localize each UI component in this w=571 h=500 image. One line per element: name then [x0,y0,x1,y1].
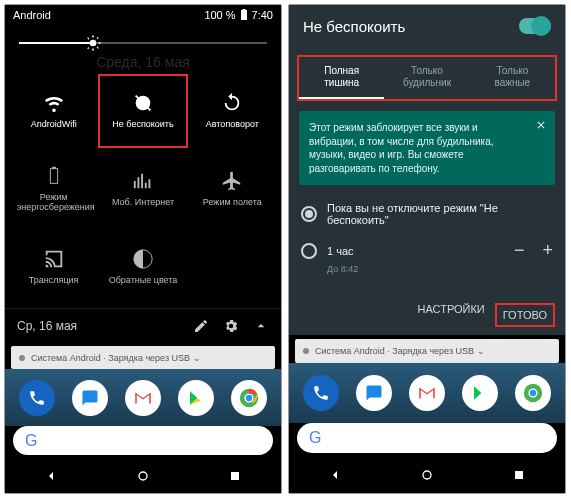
svg-rect-3 [52,167,56,169]
app-chrome[interactable] [231,380,267,416]
status-right: 100 % 7:40 [204,9,273,21]
invert-icon [132,248,154,270]
google-search-bar[interactable]: G [297,423,557,453]
battery-percent: 100 % [204,9,235,21]
status-time: 7:40 [252,9,273,21]
app-messages[interactable] [356,375,392,411]
radio-subtext: До 8:42 [327,264,553,274]
dock [5,369,281,426]
radio-hours[interactable]: 1 час − + [301,233,553,268]
tab-важные[interactable]: Тольковажные [470,57,555,99]
qs-footer: Ср, 16 мая [5,308,281,342]
tile-label: Обратные цвета [109,276,178,286]
tab-тишина[interactable]: Полнаятишина [299,57,384,99]
gear-icon[interactable] [223,318,239,334]
dock [289,363,565,423]
tile-label: Автоповорот [206,120,259,130]
app-messages[interactable] [72,380,108,416]
nav-home-icon[interactable] [419,467,435,483]
battery-icon [240,9,248,21]
close-icon[interactable] [535,119,547,131]
nav-home-icon[interactable] [135,468,151,484]
edit-icon[interactable] [193,318,209,334]
qs-tile-dnd[interactable]: Не беспокоить [98,74,187,148]
qs-tile-rotate[interactable]: Автоповорот [188,74,277,148]
done-button[interactable]: ГОТОВО [495,303,555,327]
qs-tile-cast[interactable]: Трансляция [9,230,98,304]
battery-icon [43,165,65,187]
app-play[interactable] [178,380,214,416]
duration-options: Пока вы не отключите режим "Не беспокоит… [301,195,553,274]
dnd-info-text: Этот режим заблокирует все звуки и вибра… [309,122,494,174]
tile-label: Трансляция [29,276,79,286]
phone-right-dnd: Не беспокоить ПолнаятишинаТолькобудильни… [288,4,566,494]
notif-icon [19,355,25,361]
app-play[interactable] [462,375,498,411]
dnd-header: Не беспокоить [289,5,565,47]
tile-label: Режим энергосбережения [17,193,91,213]
radio-label: Пока вы не отключите режим "Не беспокоит… [327,202,553,226]
radio-icon [301,243,317,259]
dnd-icon [132,92,154,114]
notification-system[interactable]: Система Android · Зарядка через USB ⌄ [295,339,559,363]
radio-icon [301,206,317,222]
radio-until-off[interactable]: Пока вы не отключите режим "Не беспокоит… [301,195,553,233]
data-icon [132,170,154,192]
app-phone[interactable] [303,375,339,411]
svg-rect-14 [515,471,523,479]
qs-tile-data[interactable]: Моб. Интернет [98,152,187,226]
settings-button[interactable]: НАСТРОЙКИ [418,303,485,327]
plus-button[interactable]: + [542,240,553,261]
brightness-slider[interactable] [5,26,281,60]
phone-left-quicksettings: Android 100 % 7:40 Среда, 16 мая Android… [4,4,282,494]
tile-label: Моб. Интернет [112,198,174,208]
dnd-actions: НАСТРОЙКИ ГОТОВО [289,295,565,335]
tab-будильник[interactable]: Толькобудильник [384,57,469,99]
notif-icon [303,348,309,354]
minus-button[interactable]: − [514,240,525,261]
svg-point-7 [245,395,251,401]
app-gmail[interactable] [125,380,161,416]
rotate-icon [221,92,243,114]
cast-icon [43,248,65,270]
app-chrome[interactable] [515,375,551,411]
airplane-icon [221,170,243,192]
app-gmail[interactable] [409,375,445,411]
nav-bar [5,459,281,493]
dnd-info: Этот режим заблокирует все звуки и вибра… [299,111,555,185]
stepper: − + [514,240,553,261]
qs-tile-airplane[interactable]: Режим полета [188,152,277,226]
nav-recent-icon[interactable] [227,468,243,484]
qs-tile-battery[interactable]: Режим энергосбережения [9,152,98,226]
radio-label: 1 час [327,245,354,257]
qs-tile-wifi[interactable]: AndroidWifi [9,74,98,148]
nav-back-icon[interactable] [327,467,343,483]
svg-rect-2 [50,169,57,184]
nav-bar [289,457,565,493]
brightness-icon [83,33,103,53]
tile-label: AndroidWifi [31,120,77,130]
status-bar: Android 100 % 7:40 [5,5,281,26]
dnd-title: Не беспокоить [303,18,405,35]
dnd-toggle[interactable] [519,18,551,34]
qs-grid: AndroidWifiНе беспокоитьАвтоповоротРежим… [5,70,281,304]
dnd-tabs: ПолнаятишинаТолькобудильникТольковажные [297,55,557,101]
notif-text: Система Android · Зарядка через USB ⌄ [31,353,201,363]
svg-rect-0 [241,10,247,20]
svg-point-12 [529,390,535,396]
svg-point-8 [139,472,147,480]
notif-text: Система Android · Зарядка через USB ⌄ [315,346,485,356]
footer-date: Ср, 16 мая [17,319,77,333]
notification-system[interactable]: Система Android · Зарядка через USB ⌄ [11,346,275,369]
svg-point-13 [423,471,431,479]
tile-label: Режим полета [203,198,262,208]
svg-rect-9 [231,472,239,480]
svg-rect-1 [242,9,245,10]
google-search-bar[interactable]: G [13,426,273,455]
qs-tile-invert[interactable]: Обратные цвета [98,230,187,304]
app-phone[interactable] [19,380,55,416]
chevron-up-icon[interactable] [253,318,269,334]
nav-recent-icon[interactable] [511,467,527,483]
status-title: Android [13,9,204,21]
nav-back-icon[interactable] [43,468,59,484]
